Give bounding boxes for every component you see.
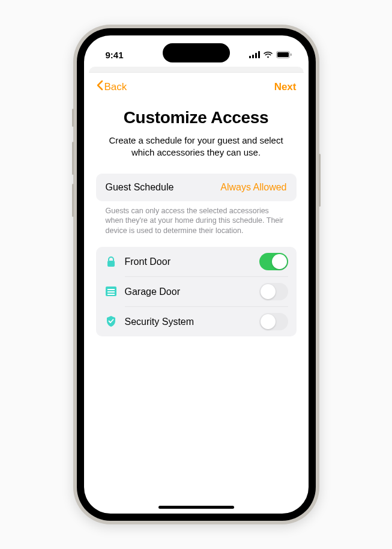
svg-rect-5	[277, 52, 289, 57]
garage-icon	[104, 285, 118, 298]
guest-schedule-value: Always Allowed	[220, 182, 286, 193]
guest-schedule-card: Guest Schedule Always Allowed	[96, 174, 297, 201]
svg-rect-3	[258, 51, 260, 58]
svg-rect-7	[107, 261, 115, 267]
battery-icon	[276, 50, 292, 60]
cellular-icon	[249, 50, 260, 60]
chevron-left-icon	[96, 80, 103, 94]
silence-switch	[72, 109, 74, 127]
accessory-label: Front Door	[125, 256, 170, 267]
accessory-toggle-security-system[interactable]	[259, 313, 288, 330]
nav-bar: Back Next	[96, 73, 297, 97]
phone-frame: 9:41	[73, 25, 319, 524]
sheet-content: Back Next Customize Access Create a sche…	[84, 73, 309, 336]
svg-rect-2	[255, 53, 257, 58]
svg-rect-1	[252, 55, 254, 58]
guest-schedule-label: Guest Schedule	[106, 182, 174, 193]
volume-down-button	[72, 184, 74, 217]
wifi-icon	[263, 50, 273, 60]
back-label: Back	[104, 81, 127, 93]
shield-icon	[104, 315, 118, 328]
svg-rect-0	[249, 56, 251, 58]
accessories-list: Front Door Garage Door	[96, 247, 297, 336]
svg-rect-6	[291, 53, 292, 56]
next-button[interactable]: Next	[274, 81, 297, 93]
svg-rect-11	[107, 294, 115, 295]
accessory-toggle-front-door[interactable]	[259, 253, 288, 270]
svg-rect-9	[107, 289, 115, 290]
page-title: Customize Access	[96, 108, 297, 127]
guest-schedule-row[interactable]: Guest Schedule Always Allowed	[96, 174, 297, 201]
lock-icon	[104, 255, 118, 268]
accessory-row-security-system: Security System	[96, 306, 297, 336]
accessory-label: Security System	[125, 317, 194, 327]
accessory-row-garage-door: Garage Door	[96, 276, 297, 306]
guest-schedule-footnote: Guests can only access the selected acce…	[96, 201, 297, 237]
accessory-row-front-door: Front Door	[96, 247, 297, 276]
home-indicator[interactable]	[158, 506, 234, 509]
volume-up-button	[72, 142, 74, 175]
screen: 9:41	[84, 35, 309, 514]
svg-rect-10	[107, 291, 115, 293]
back-button[interactable]: Back	[96, 80, 127, 94]
phone-bezel: 9:41	[77, 28, 316, 521]
page-subtitle: Create a schedule for your guest and sel…	[96, 135, 297, 159]
dynamic-island	[163, 43, 230, 62]
sheet-behind-peek	[89, 67, 304, 73]
power-button	[319, 154, 321, 207]
status-time: 9:41	[106, 50, 124, 60]
accessory-label: Garage Door	[125, 287, 181, 297]
status-indicators	[249, 50, 292, 60]
accessory-toggle-garage-door[interactable]	[259, 283, 288, 300]
